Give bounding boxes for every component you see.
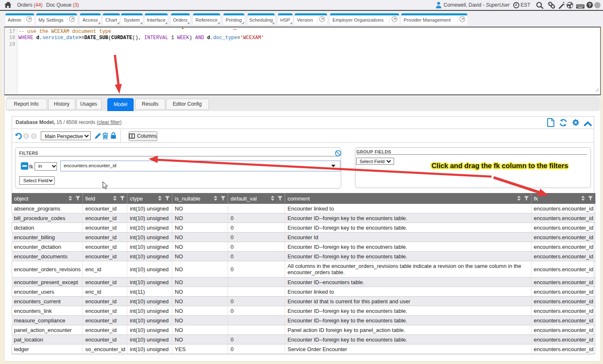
svg-text:?: ? (588, 2, 591, 7)
